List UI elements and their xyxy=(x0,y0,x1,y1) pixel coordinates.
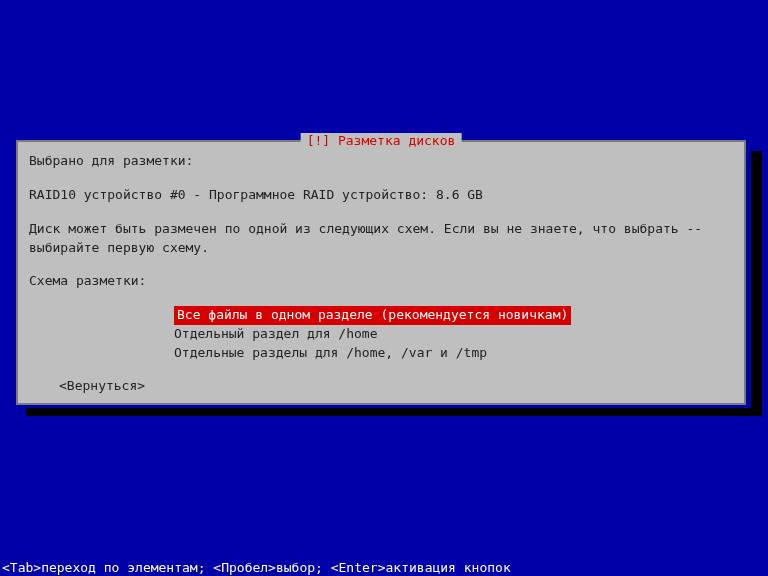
dialog-shadow-bottom xyxy=(26,408,757,416)
dialog-title-text: [!] Разметка дисков xyxy=(307,133,456,148)
selected-label: Выбрано для разметки: xyxy=(29,152,733,171)
option-all-one-partition[interactable]: Все файлы в одном разделе (рекомендуется… xyxy=(174,306,571,325)
dialog-body: Выбрано для разметки: RAID10 устройство … xyxy=(18,142,744,406)
option-separate-home[interactable]: Отдельный раздел для /home xyxy=(174,325,378,344)
partition-options: Все файлы в одном разделе (рекомендуется… xyxy=(174,306,733,363)
dialog-title: [!] Разметка дисков xyxy=(301,133,462,148)
option-separate-home-var-tmp[interactable]: Отдельные разделы для /home, /var и /tmp xyxy=(174,344,487,363)
selected-for-text: Выбрано для разметки: xyxy=(29,152,733,171)
status-bar-text: <Tab>переход по элементам; <Пробел>выбор… xyxy=(2,560,511,575)
partition-dialog: [!] Разметка дисков Выбрано для разметки… xyxy=(16,140,746,405)
scheme-label: Схема разметки: xyxy=(29,272,733,291)
dialog-shadow-right xyxy=(751,151,762,416)
status-bar: <Tab>переход по элементам; <Пробел>выбор… xyxy=(0,559,768,576)
instruction-text: Диск может быть размечен по одной из сле… xyxy=(29,220,733,258)
back-button[interactable]: <Вернуться> xyxy=(59,377,145,396)
device-info: RAID10 устройство #0 - Программное RAID … xyxy=(29,186,733,205)
